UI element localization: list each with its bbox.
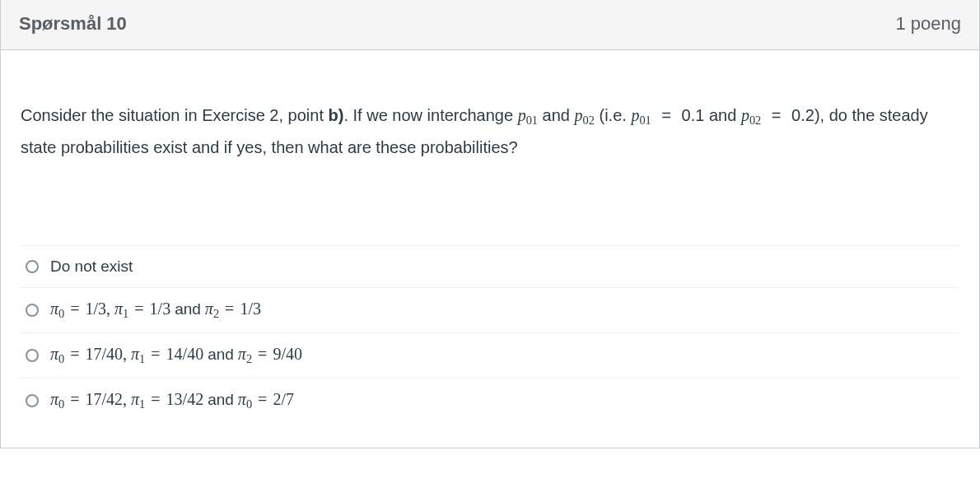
sub: 0 — [246, 397, 252, 411]
pi: π — [131, 345, 139, 363]
and: and — [175, 300, 201, 318]
question-title: Spørsmål 10 — [19, 13, 127, 35]
radio-icon — [26, 349, 39, 362]
prompt-text: and — [538, 106, 574, 124]
sub: 2 — [246, 352, 252, 365]
and: and — [208, 346, 234, 363]
sub-02: 02 — [583, 114, 595, 127]
pi: π — [50, 345, 58, 363]
answer-option-d[interactable]: π0=17/42, π1=13/42 and π0=2/7 — [21, 379, 959, 423]
answer-list: Do not exist π0=1/3, π1=1/3 and π2=1/3 π… — [21, 245, 959, 423]
value: 1/3, — [86, 300, 111, 318]
pi: π — [205, 300, 213, 318]
question-points: 1 poeng — [895, 13, 961, 35]
equals: = — [145, 390, 166, 408]
equals: = — [761, 106, 791, 124]
sub-02b: 02 — [749, 114, 761, 127]
equals: = — [128, 300, 149, 318]
prompt-text: . If we now interchange — [343, 106, 517, 124]
pi: π — [238, 345, 246, 363]
prompt-text: Consider the situation in Exercise 2, po… — [21, 106, 329, 124]
value: 9/40 — [273, 345, 302, 363]
answer-text: Do not exist — [50, 258, 133, 276]
var-p02: p — [575, 106, 583, 124]
value: 13/42 — [166, 390, 204, 408]
value: 0.2 — [791, 106, 814, 124]
value: 2/7 — [273, 390, 294, 408]
and: and — [208, 391, 234, 408]
question-header: Spørsmål 10 1 poeng — [1, 0, 979, 50]
equals: = — [145, 345, 166, 363]
answer-option-c[interactable]: π0=17/40, π1=14/40 and π2=9/40 — [21, 333, 959, 379]
var-p01b: p — [631, 106, 639, 124]
equals: = — [651, 106, 682, 124]
value: 17/40, — [86, 345, 128, 363]
pi: π — [50, 390, 58, 408]
var-p02b: p — [741, 106, 749, 124]
question-body: Consider the situation in Exercise 2, po… — [1, 50, 979, 448]
var-p01: p — [518, 106, 526, 124]
value: 17/42, — [86, 390, 128, 408]
answer-option-a[interactable]: Do not exist — [21, 246, 959, 288]
pi: π — [114, 300, 123, 318]
question-card: Spørsmål 10 1 poeng Consider the situati… — [0, 0, 980, 448]
value: 1/3 — [240, 300, 261, 318]
answer-text: π0=17/42, π1=13/42 and π0=2/7 — [50, 390, 294, 411]
equals: = — [64, 300, 85, 318]
sub: 2 — [213, 307, 219, 320]
equals: = — [219, 300, 240, 318]
sub-01: 01 — [526, 114, 538, 127]
value: 1/3 — [150, 300, 171, 318]
value: 0.1 — [682, 106, 705, 124]
equals: = — [64, 345, 85, 363]
answer-text: π0=17/40, π1=14/40 and π2=9/40 — [50, 345, 302, 366]
prompt-text: and — [704, 106, 740, 124]
prompt-text: (i.e. — [595, 106, 631, 124]
pi: π — [50, 300, 58, 318]
value: 14/40 — [166, 345, 204, 363]
answer-option-b[interactable]: π0=1/3, π1=1/3 and π2=1/3 — [21, 288, 959, 333]
equals: = — [64, 390, 85, 408]
equals: = — [252, 390, 273, 408]
prompt-bold-b: b) — [329, 106, 344, 124]
pi: π — [131, 390, 139, 408]
radio-icon — [26, 304, 39, 317]
radio-icon — [26, 394, 39, 407]
pi: π — [238, 390, 246, 408]
question-prompt: Consider the situation in Exercise 2, po… — [21, 100, 959, 163]
radio-icon — [26, 260, 39, 273]
sub-01b: 01 — [639, 114, 651, 127]
answer-text: π0=1/3, π1=1/3 and π2=1/3 — [50, 300, 261, 321]
equals: = — [252, 345, 273, 363]
